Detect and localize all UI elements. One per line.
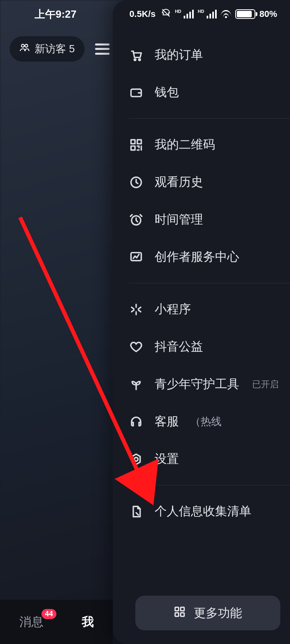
wifi-icon [221, 10, 231, 18]
youth-status-tag: 已开启 [252, 378, 279, 390]
svg-point-3 [134, 59, 136, 60]
menu-miniapp[interactable]: 小程序 [113, 291, 290, 328]
svg-point-1 [21, 44, 24, 47]
menu-label: 个人信息收集清单 [155, 503, 251, 520]
menu-qrcode[interactable]: 我的二维码 [113, 126, 290, 163]
wallet-icon [129, 85, 143, 100]
svg-marker-12 [132, 454, 140, 464]
clock-icon [129, 175, 143, 190]
menu-youth-guard[interactable]: 青少年守护工具 已开启 [113, 365, 290, 403]
svg-point-2 [25, 44, 28, 47]
more-functions-label: 更多功能 [194, 605, 242, 621]
network-speed: 0.5K/s [129, 9, 155, 19]
signal-bars-2 [207, 10, 217, 19]
tab-messages[interactable]: 消息 44 [19, 614, 44, 630]
alarm-icon [129, 213, 143, 227]
side-drawer: 我的订单 钱包 我的二维码 观看历史 时间管理 创作者服务中心 小程序 [113, 0, 290, 644]
heart-icon [129, 340, 143, 354]
svg-rect-16 [175, 613, 179, 616]
gear-icon [129, 452, 143, 466]
status-right: 0.5K/s HD HD 80% [129, 8, 277, 20]
menu-label: 观看历史 [155, 174, 203, 190]
svg-rect-7 [137, 140, 141, 144]
menu-icon[interactable] [95, 43, 110, 55]
visitor-pill[interactable]: 新访客 5 [10, 36, 85, 62]
profile-left-column: 新访客 5 消息 44 我 [0, 0, 113, 644]
grid-icon [174, 606, 186, 621]
battery-percent: 80% [259, 9, 277, 19]
status-bar: 上午9:27 0.5K/s HD HD 80% [0, 0, 290, 28]
menu-label: 我的二维码 [155, 136, 215, 153]
menu-time-management[interactable]: 时间管理 [113, 201, 290, 238]
hd-tag-1: HD [175, 9, 181, 14]
divider [129, 485, 290, 485]
menu-privacy-list[interactable]: 个人信息收集清单 [113, 493, 290, 530]
mute-icon [161, 8, 171, 20]
menu-label: 创作者服务中心 [155, 249, 239, 265]
divider [129, 118, 290, 119]
menu-label: 客服 [155, 413, 179, 430]
menu-charity[interactable]: 抖音公益 [113, 328, 290, 365]
battery-icon [235, 9, 255, 19]
bottom-tab-bar: 消息 44 我 [0, 600, 113, 644]
signal-bars-1 [184, 10, 194, 19]
menu-history[interactable]: 观看历史 [113, 163, 290, 201]
visitor-label: 新访客 5 [35, 42, 75, 56]
svg-point-4 [139, 59, 141, 60]
document-icon [129, 504, 143, 519]
menu-label: 抖音公益 [155, 339, 203, 355]
headset-icon [129, 415, 143, 429]
svg-rect-8 [131, 146, 135, 150]
svg-point-13 [134, 457, 138, 461]
svg-rect-14 [175, 607, 179, 611]
menu-creator-center[interactable]: 创作者服务中心 [113, 238, 290, 276]
menu-label: 我的订单 [155, 47, 203, 63]
more-functions-button[interactable]: 更多功能 [135, 596, 280, 630]
messages-badge: 44 [41, 609, 56, 619]
svg-rect-6 [131, 140, 135, 144]
tab-me[interactable]: 我 [82, 614, 94, 630]
sprout-icon [129, 377, 143, 392]
menu-support[interactable]: 客服 （热线 [113, 403, 290, 440]
hd-tag-2: HD [198, 9, 204, 14]
divider [129, 283, 290, 283]
menu-orders[interactable]: 我的订单 [113, 36, 290, 74]
menu-label: 时间管理 [155, 211, 203, 228]
spark-icon [129, 302, 143, 317]
svg-rect-15 [181, 607, 184, 611]
menu-label: 小程序 [155, 301, 191, 318]
svg-rect-17 [181, 613, 184, 616]
menu-wallet[interactable]: 钱包 [113, 74, 290, 111]
chart-icon [129, 250, 143, 264]
support-sub: （热线 [190, 415, 222, 429]
menu-label: 设置 [155, 451, 179, 467]
menu-settings[interactable]: 设置 [113, 440, 290, 478]
cart-icon [129, 48, 143, 62]
people-icon [19, 42, 30, 56]
menu-label: 青少年守护工具 [155, 376, 239, 392]
status-time: 上午9:27 [35, 7, 77, 21]
qrcode-icon [129, 138, 143, 152]
menu-label: 钱包 [155, 84, 179, 101]
